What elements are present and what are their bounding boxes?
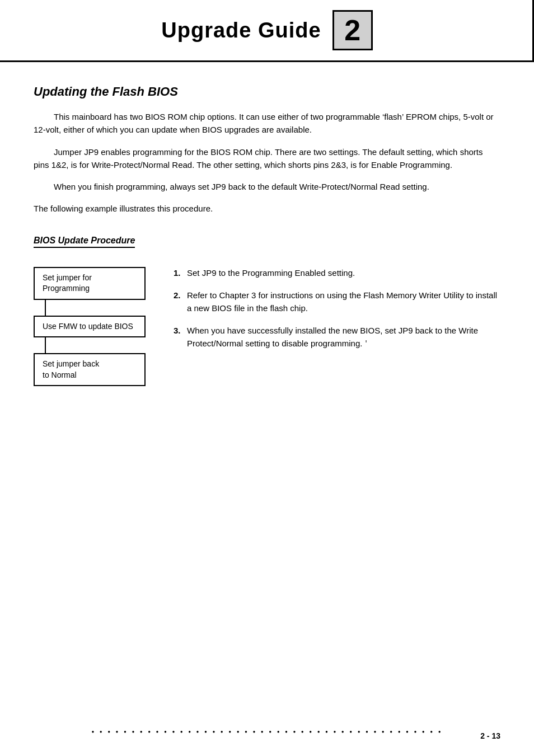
flow-box-3-text: Set jumper backto Normal [43,359,99,379]
paragraph-4: The following example illustrates this p… [34,202,500,215]
content-area: Updating the Flash BIOS This mainboard h… [0,68,534,408]
list-item-1: 1. Set JP9 to the Programming Enabled se… [174,267,500,280]
list-item-2: 2. Refer to Chapter 3 for instructions o… [174,289,500,314]
flow-box-2: Use FMW to update BIOS [34,316,146,338]
page-title: Upgrade Guide [161,18,321,43]
list-text-1: Set JP9 to the Programming Enabled setti… [187,267,500,280]
footer-dots: • • • • • • • • • • • • • • • • • • • • … [0,728,534,737]
page-header: Upgrade Guide 2 [0,0,534,62]
flow-box-3: Set jumper backto Normal [34,353,146,386]
paragraph-2: Jumper JP9 enables programming for the B… [34,145,500,172]
flow-box-2-text: Use FMW to update BIOS [43,322,133,331]
subsection-heading: BIOS Update Procedure [34,236,135,248]
numbered-list: 1. Set JP9 to the Programming Enabled se… [174,267,500,350]
list-number-1: 1. [174,267,187,280]
list-number-2: 2. [174,289,187,314]
list-number-3: 3. [174,325,187,350]
flow-connector-2 [45,337,46,353]
page-container: Upgrade Guide 2 Updating the Flash BIOS … [0,0,534,756]
procedure-layout: Set jumper for Programming Use FMW to up… [34,267,500,387]
chapter-badge: 2 [332,10,373,50]
list-item-3: 3. When you have successfully installed … [174,325,500,350]
section-heading: Updating the Flash BIOS [34,84,500,99]
list-text-2: Refer to Chapter 3 for instructions on u… [187,289,500,314]
flow-box-1-text: Set jumper for Programming [43,273,92,293]
flowchart-column: Set jumper for Programming Use FMW to up… [34,267,157,387]
page-number: 2 - 13 [480,731,500,740]
flow-box-1: Set jumper for Programming [34,267,146,300]
list-text-3: When you have successfully installed the… [187,325,500,350]
footer-section: • • • • • • • • • • • • • • • • • • • • … [0,728,534,740]
chapter-number: 2 [344,16,360,45]
paragraph-3: When you finish programming, always set … [34,180,500,193]
paragraph-1: This mainboard has two BIOS ROM chip opt… [34,110,500,137]
flow-connector-1 [45,300,46,316]
numbered-list-column: 1. Set JP9 to the Programming Enabled se… [174,267,500,360]
